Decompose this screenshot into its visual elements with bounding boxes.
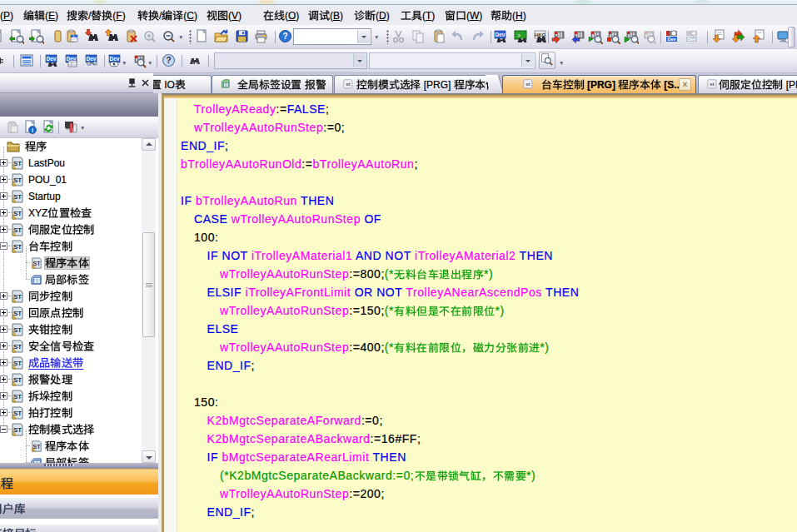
svg-text:ST: ST [13,193,22,201]
svg-text:i: i [32,127,33,133]
svg-text:st: st [710,82,714,87]
svg-text:ST: ST [13,360,22,367]
svg-text:ST: ST [13,226,22,234]
svg-text:ST: ST [13,393,22,400]
svg-text:ST: ST [13,310,22,317]
svg-text:IL: IL [73,35,76,38]
svg-text:Dev: Dev [687,37,696,42]
svg-text:ST: ST [13,160,22,167]
svg-text:ST: ST [33,261,42,266]
svg-text:ST: ST [13,343,22,351]
svg-text:ST: ST [13,293,22,301]
svg-text:Dev: Dev [110,56,120,62]
svg-text:st: st [346,82,350,87]
svg-text:Dev: Dev [667,37,676,42]
svg-text:ST: ST [13,426,22,434]
svg-text:Dev: Dev [87,56,97,62]
svg-text:ST: ST [33,444,42,450]
svg-text:>_: >_ [517,32,524,39]
svg-text:ST: ST [13,243,22,251]
svg-text:st: st [526,82,530,87]
svg-text:?: ? [166,56,171,65]
svg-text:Dev: Dev [47,56,57,62]
svg-text:ST: ST [13,210,22,217]
svg-text:?: ? [282,32,287,41]
svg-text:ST: ST [13,376,22,384]
svg-text:Dev: Dev [496,32,506,37]
svg-text:ST: ST [13,410,22,417]
svg-text:ST: ST [13,326,22,334]
svg-text:ST: ST [13,177,22,184]
